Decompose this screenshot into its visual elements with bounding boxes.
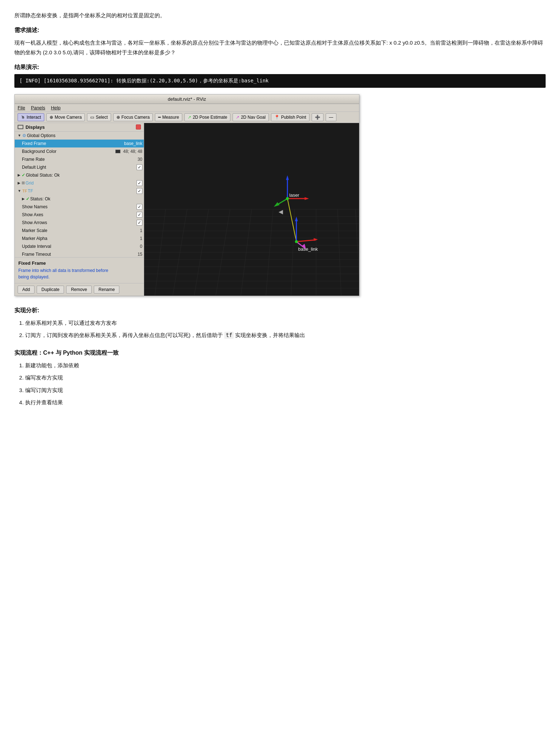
- gear-icon: ⚙: [22, 133, 26, 138]
- displays-tree: ▼ ⚙ Global Options Fixed Frame base_link…: [15, 132, 144, 257]
- svg-point-40: [295, 240, 298, 243]
- publish-icon: 📍: [274, 115, 280, 120]
- pose-estimate-button[interactable]: ↗ 2D Pose Estimate: [184, 113, 230, 121]
- requirements-title: 需求描述:: [14, 27, 546, 34]
- frame-rate-value: 30: [138, 157, 142, 162]
- default-light-checkbox[interactable]: ✓: [137, 164, 142, 170]
- monitor-icon: [18, 125, 23, 129]
- background-color-label: Background Color: [22, 149, 115, 154]
- camera-icon: ⊕: [50, 115, 53, 120]
- move-camera-label: Move Camera: [55, 115, 82, 120]
- frame-rate-row[interactable]: Frame Rate 30: [15, 155, 144, 163]
- global-status-label: Global Status: Ok: [26, 173, 142, 178]
- frame-timeout-row[interactable]: Frame Timeout 15: [15, 250, 144, 257]
- intro-text: 所谓静态坐标变换，是指两个坐标系之间的相对位置是固定的。: [14, 11, 546, 20]
- show-arrows-label: Show Arrows: [22, 220, 135, 225]
- workflow-item-4: 执行并查看结果: [25, 397, 546, 408]
- measure-button[interactable]: ━ Measure: [155, 113, 182, 121]
- expand-arrow-status-ok: ▶: [22, 197, 25, 201]
- global-options-row[interactable]: ▼ ⚙ Global Options: [15, 132, 144, 140]
- add-tool-button[interactable]: ➕: [312, 113, 323, 121]
- remove-button[interactable]: Remove: [66, 286, 92, 294]
- show-arrows-checkbox[interactable]: ✓: [137, 220, 142, 226]
- displays-label: Displays: [26, 124, 45, 130]
- nav-goal-button[interactable]: ↗ 2D Nav Goal: [233, 113, 269, 121]
- show-names-label: Show Names: [22, 204, 135, 209]
- rename-button[interactable]: Rename: [94, 286, 119, 294]
- add-button[interactable]: Add: [18, 286, 35, 294]
- check-ok-icon: ✓: [26, 196, 29, 201]
- marker-alpha-label: Marker Alpha: [22, 236, 138, 241]
- expand-arrow-grid: ▶: [18, 181, 20, 185]
- focus-camera-button[interactable]: ⊕ Focus Camera: [113, 113, 153, 121]
- workflow-item-2: 编写发布方实现: [25, 373, 546, 383]
- menu-file[interactable]: File: [18, 105, 25, 110]
- 3d-viewport[interactable]: ◀ laser: [144, 123, 359, 296]
- grid-checkbox[interactable]: ✓: [137, 180, 142, 186]
- requirements-text: 现有一机器人模型，核心构成包含主体与雷达，各对应一坐标系，坐标系的原点分别位于主…: [14, 38, 546, 57]
- global-status-row[interactable]: ▶ ✓ Global Status: Ok: [15, 171, 144, 179]
- close-button[interactable]: [136, 124, 141, 129]
- show-axes-checkbox[interactable]: ✓: [137, 212, 142, 218]
- remove-tool-button[interactable]: —: [326, 113, 336, 121]
- marker-alpha-value: 1: [140, 236, 142, 241]
- frame-timeout-value: 15: [138, 252, 142, 257]
- analysis-list: 坐标系相对关系，可以通过发布方发布 订阅方，订阅到发布的坐标系相关关系，再传入坐…: [25, 318, 546, 341]
- interact-label: Interact: [27, 115, 41, 120]
- 3d-scene: ◀ laser: [144, 123, 359, 296]
- frame-timeout-label: Frame Timeout: [22, 252, 136, 257]
- grid-row[interactable]: ▶ ⊞ Grid ✓: [15, 179, 144, 187]
- displays-header: Displays: [15, 123, 144, 132]
- rviz-body: Displays ▼ ⚙ Global Options Fixed Frame …: [15, 123, 359, 296]
- result-title: 结果演示:: [14, 64, 546, 71]
- rviz-titlebar: default.rviz* - RViz: [15, 95, 359, 104]
- publish-point-button[interactable]: 📍 Publish Point: [271, 113, 309, 121]
- rviz-menubar: File Panels Help: [15, 104, 359, 112]
- select-icon: ▭: [90, 115, 94, 120]
- menu-panels[interactable]: Panels: [31, 105, 45, 110]
- measure-label: Measure: [162, 115, 179, 120]
- show-names-row[interactable]: Show Names ✓: [15, 203, 144, 211]
- update-interval-row[interactable]: Update Interval 0: [15, 242, 144, 250]
- fixed-frame-row[interactable]: Fixed Frame base_link: [15, 140, 144, 147]
- default-light-label: Default Light: [22, 165, 135, 170]
- svg-text:laser: laser: [289, 192, 300, 198]
- show-axes-row[interactable]: Show Axes ✓: [15, 211, 144, 219]
- frame-rate-label: Frame Rate: [22, 157, 136, 162]
- select-button[interactable]: ▭ Select: [87, 113, 111, 121]
- measure-icon: ━: [158, 115, 161, 120]
- show-arrows-row[interactable]: Show Arrows ✓: [15, 219, 144, 227]
- tf-checkbox[interactable]: ✓: [137, 188, 142, 194]
- menu-help[interactable]: Help: [51, 105, 61, 110]
- pose-estimate-label: 2D Pose Estimate: [193, 115, 227, 120]
- tf-row[interactable]: ▼ TF TF ✓: [15, 187, 144, 195]
- nav-icon: ↗: [236, 115, 239, 120]
- show-axes-label: Show Axes: [22, 212, 135, 217]
- grid-icon: ⊞: [22, 181, 25, 185]
- fixed-frame-label: Fixed Frame: [22, 141, 123, 146]
- svg-point-32: [286, 197, 289, 200]
- expand-arrow-tf: ▼: [18, 189, 21, 193]
- analysis-title: 实现分析:: [14, 307, 546, 314]
- update-interval-value: 0: [140, 244, 142, 249]
- focus-icon: ⊕: [116, 115, 120, 120]
- status-ok-row[interactable]: ▶ ✓ Status: Ok: [15, 195, 144, 203]
- show-names-checkbox[interactable]: ✓: [137, 204, 142, 210]
- move-camera-button[interactable]: ⊕ Move Camera: [46, 113, 85, 121]
- interact-button[interactable]: 🖱 Interact: [18, 113, 44, 121]
- status-ok-label: Status: Ok: [30, 196, 142, 201]
- default-light-row[interactable]: Default Light ✓: [15, 163, 144, 171]
- background-color-value: 48; 48; 48: [123, 149, 142, 154]
- svg-text:base_link: base_link: [298, 246, 318, 251]
- marker-alpha-row[interactable]: Marker Alpha 1: [15, 235, 144, 242]
- duplicate-button[interactable]: Duplicate: [37, 286, 64, 294]
- marker-scale-row[interactable]: Marker Scale 1: [15, 227, 144, 235]
- check-icon: ✓: [22, 173, 25, 178]
- background-color-row[interactable]: Background Color 48; 48; 48: [15, 147, 144, 155]
- analysis-item-2: 订阅方，订阅到发布的坐标系相关关系，再传入坐标点信息(可以写死)，然后借助于 t…: [25, 330, 546, 341]
- svg-text:◀: ◀: [279, 208, 283, 214]
- displays-info: Fixed Frame Frame into which all data is…: [15, 257, 144, 283]
- pose-icon: ↗: [188, 115, 191, 120]
- info-title: Fixed Frame: [18, 260, 140, 266]
- displays-panel: Displays ▼ ⚙ Global Options Fixed Frame …: [15, 123, 144, 296]
